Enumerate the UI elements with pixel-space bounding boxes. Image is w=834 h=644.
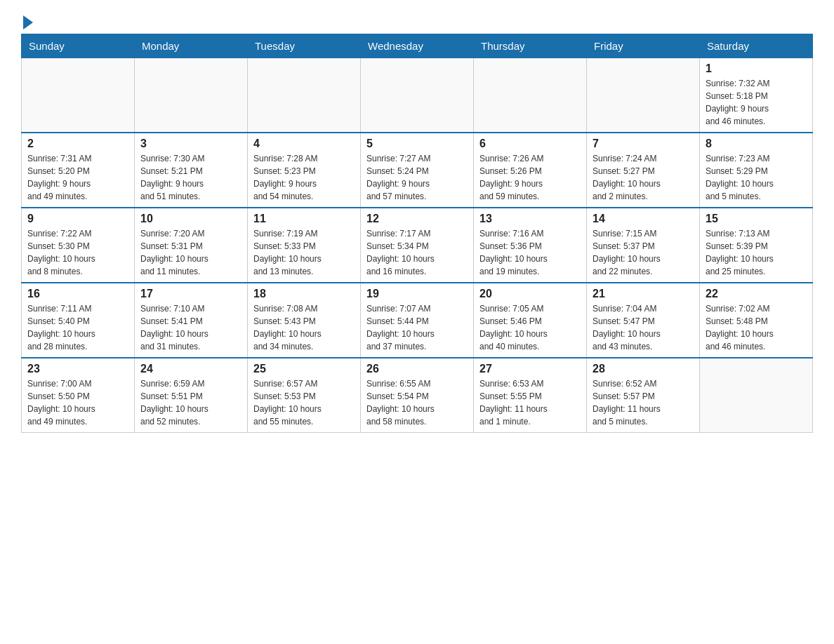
day-number: 4: [253, 137, 355, 150]
day-info: Sunrise: 6:59 AMSunset: 5:51 PMDaylight:…: [140, 377, 241, 428]
calendar-day-cell: 15Sunrise: 7:13 AMSunset: 5:39 PMDayligh…: [700, 208, 813, 283]
day-number: 10: [140, 213, 241, 225]
calendar-day-cell: 25Sunrise: 6:57 AMSunset: 5:53 PMDayligh…: [248, 358, 361, 433]
day-number: 22: [706, 288, 807, 300]
calendar-day-cell: [135, 58, 248, 133]
calendar-day-header: Saturday: [700, 34, 813, 58]
day-number: 1: [706, 62, 807, 75]
day-info: Sunrise: 7:11 AMSunset: 5:40 PMDaylight:…: [27, 302, 128, 353]
day-info: Sunrise: 7:27 AMSunset: 5:24 PMDaylight:…: [366, 152, 468, 203]
day-number: 26: [366, 363, 468, 375]
calendar-day-cell: 2Sunrise: 7:31 AMSunset: 5:20 PMDaylight…: [22, 133, 135, 208]
day-info: Sunrise: 7:26 AMSunset: 5:26 PMDaylight:…: [479, 152, 581, 203]
calendar-day-cell: 8Sunrise: 7:23 AMSunset: 5:29 PMDaylight…: [700, 133, 813, 208]
calendar-day-cell: 20Sunrise: 7:05 AMSunset: 5:46 PMDayligh…: [474, 283, 587, 358]
calendar-day-cell: 13Sunrise: 7:16 AMSunset: 5:36 PMDayligh…: [474, 208, 587, 283]
day-number: 24: [140, 363, 241, 375]
calendar-day-header: Tuesday: [248, 34, 361, 58]
calendar-day-cell: 11Sunrise: 7:19 AMSunset: 5:33 PMDayligh…: [248, 208, 361, 283]
calendar-day-cell: 1Sunrise: 7:32 AMSunset: 5:18 PMDaylight…: [700, 58, 813, 133]
day-number: 20: [479, 288, 581, 300]
day-number: 18: [253, 288, 355, 300]
day-info: Sunrise: 6:52 AMSunset: 5:57 PMDaylight:…: [593, 377, 694, 428]
day-number: 17: [140, 288, 241, 300]
calendar-day-cell: 28Sunrise: 6:52 AMSunset: 5:57 PMDayligh…: [587, 358, 700, 433]
calendar-week-row: 23Sunrise: 7:00 AMSunset: 5:50 PMDayligh…: [22, 358, 813, 433]
day-number: 11: [253, 213, 355, 225]
day-info: Sunrise: 7:04 AMSunset: 5:47 PMDaylight:…: [593, 302, 694, 353]
day-info: Sunrise: 7:16 AMSunset: 5:36 PMDaylight:…: [479, 227, 581, 278]
day-number: 8: [706, 137, 807, 150]
calendar-day-cell: 18Sunrise: 7:08 AMSunset: 5:43 PMDayligh…: [248, 283, 361, 358]
day-info: Sunrise: 7:23 AMSunset: 5:29 PMDaylight:…: [706, 152, 807, 203]
day-number: 13: [479, 213, 581, 225]
page-header: [21, 14, 813, 27]
calendar-day-cell: 23Sunrise: 7:00 AMSunset: 5:50 PMDayligh…: [22, 358, 135, 433]
day-number: 23: [27, 363, 128, 375]
day-number: 14: [593, 213, 694, 225]
calendar-day-cell: [474, 58, 587, 133]
day-info: Sunrise: 7:15 AMSunset: 5:37 PMDaylight:…: [593, 227, 694, 278]
day-info: Sunrise: 7:20 AMSunset: 5:31 PMDaylight:…: [140, 227, 241, 278]
calendar-day-cell: [248, 58, 361, 133]
day-number: 21: [593, 288, 694, 300]
calendar-week-row: 2Sunrise: 7:31 AMSunset: 5:20 PMDaylight…: [22, 133, 813, 208]
day-number: 9: [27, 213, 128, 225]
day-number: 16: [27, 288, 128, 300]
day-info: Sunrise: 7:19 AMSunset: 5:33 PMDaylight:…: [253, 227, 355, 278]
day-number: 27: [479, 363, 581, 375]
calendar-day-cell: [700, 358, 813, 433]
day-number: 28: [593, 363, 694, 375]
calendar-day-header: Wednesday: [361, 34, 474, 58]
calendar-day-cell: 22Sunrise: 7:02 AMSunset: 5:48 PMDayligh…: [700, 283, 813, 358]
day-number: 5: [366, 137, 468, 150]
calendar-day-cell: 7Sunrise: 7:24 AMSunset: 5:27 PMDaylight…: [587, 133, 700, 208]
calendar-day-cell: 6Sunrise: 7:26 AMSunset: 5:26 PMDaylight…: [474, 133, 587, 208]
day-info: Sunrise: 7:24 AMSunset: 5:27 PMDaylight:…: [593, 152, 694, 203]
day-info: Sunrise: 7:07 AMSunset: 5:44 PMDaylight:…: [366, 302, 468, 353]
calendar-day-cell: 21Sunrise: 7:04 AMSunset: 5:47 PMDayligh…: [587, 283, 700, 358]
day-info: Sunrise: 7:05 AMSunset: 5:46 PMDaylight:…: [479, 302, 581, 353]
calendar-day-cell: [361, 58, 474, 133]
calendar-day-cell: 9Sunrise: 7:22 AMSunset: 5:30 PMDaylight…: [22, 208, 135, 283]
day-number: 15: [706, 213, 807, 225]
day-number: 19: [366, 288, 468, 300]
calendar-day-header: Sunday: [22, 34, 135, 58]
day-info: Sunrise: 7:31 AMSunset: 5:20 PMDaylight:…: [27, 152, 128, 203]
day-number: 25: [253, 363, 355, 375]
day-info: Sunrise: 6:53 AMSunset: 5:55 PMDaylight:…: [479, 377, 581, 428]
logo: [21, 14, 33, 27]
calendar-day-cell: 14Sunrise: 7:15 AMSunset: 5:37 PMDayligh…: [587, 208, 700, 283]
calendar-day-header: Friday: [587, 34, 700, 58]
day-number: 7: [593, 137, 694, 150]
calendar-day-header: Monday: [135, 34, 248, 58]
calendar-day-cell: 12Sunrise: 7:17 AMSunset: 5:34 PMDayligh…: [361, 208, 474, 283]
calendar-header-row: SundayMondayTuesdayWednesdayThursdayFrid…: [22, 34, 813, 58]
calendar-day-cell: 17Sunrise: 7:10 AMSunset: 5:41 PMDayligh…: [135, 283, 248, 358]
day-info: Sunrise: 6:55 AMSunset: 5:54 PMDaylight:…: [366, 377, 468, 428]
calendar-day-cell: 5Sunrise: 7:27 AMSunset: 5:24 PMDaylight…: [361, 133, 474, 208]
day-info: Sunrise: 7:02 AMSunset: 5:48 PMDaylight:…: [706, 302, 807, 353]
day-info: Sunrise: 6:57 AMSunset: 5:53 PMDaylight:…: [253, 377, 355, 428]
calendar-day-cell: 19Sunrise: 7:07 AMSunset: 5:44 PMDayligh…: [361, 283, 474, 358]
day-number: 12: [366, 213, 468, 225]
calendar-day-cell: 3Sunrise: 7:30 AMSunset: 5:21 PMDaylight…: [135, 133, 248, 208]
calendar-day-cell: 27Sunrise: 6:53 AMSunset: 5:55 PMDayligh…: [474, 358, 587, 433]
calendar-day-cell: 10Sunrise: 7:20 AMSunset: 5:31 PMDayligh…: [135, 208, 248, 283]
calendar-week-row: 1Sunrise: 7:32 AMSunset: 5:18 PMDaylight…: [22, 58, 813, 133]
logo-arrow-icon: [23, 15, 33, 29]
day-info: Sunrise: 7:00 AMSunset: 5:50 PMDaylight:…: [27, 377, 128, 428]
day-info: Sunrise: 7:10 AMSunset: 5:41 PMDaylight:…: [140, 302, 241, 353]
day-number: 6: [479, 137, 581, 150]
day-info: Sunrise: 7:08 AMSunset: 5:43 PMDaylight:…: [253, 302, 355, 353]
calendar-day-cell: [22, 58, 135, 133]
day-number: 3: [140, 137, 241, 150]
day-info: Sunrise: 7:13 AMSunset: 5:39 PMDaylight:…: [706, 227, 807, 278]
calendar-day-cell: 26Sunrise: 6:55 AMSunset: 5:54 PMDayligh…: [361, 358, 474, 433]
day-info: Sunrise: 7:17 AMSunset: 5:34 PMDaylight:…: [366, 227, 468, 278]
calendar-day-cell: [587, 58, 700, 133]
day-info: Sunrise: 7:22 AMSunset: 5:30 PMDaylight:…: [27, 227, 128, 278]
day-info: Sunrise: 7:28 AMSunset: 5:23 PMDaylight:…: [253, 152, 355, 203]
calendar-table: SundayMondayTuesdayWednesdayThursdayFrid…: [21, 34, 813, 433]
day-number: 2: [27, 137, 128, 150]
